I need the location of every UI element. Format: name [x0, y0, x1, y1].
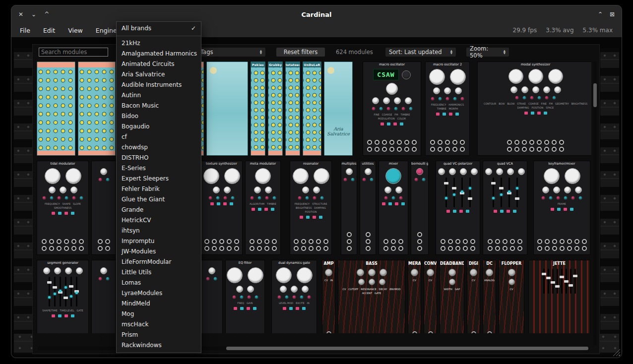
module-title: Rotatoes [286, 62, 300, 67]
brand-item-cf[interactable]: cf [117, 132, 201, 142]
brand-item-impromptu[interactable]: Impromptu [117, 236, 201, 246]
brand-item-chowdsp[interactable]: chowdsp [117, 142, 201, 153]
knob [401, 107, 405, 111]
knob [543, 86, 550, 93]
cardinal-window: ✕ ⌄ ^ Cardinal ⌃ ⊠ FileEditViewEngineHel… [11, 5, 622, 358]
brand-item-prism[interactable]: Prism [117, 330, 201, 340]
vertical-scrollbar-thumb[interactable] [593, 83, 597, 107]
brand-item-audible-instruments[interactable]: Audible Instruments [117, 80, 201, 90]
module-quad-vc-polarizer[interactable]: quad VC-polarizer [436, 161, 480, 255]
brand-item-bogaudio[interactable]: Bogaudio [117, 121, 201, 132]
panel-labels: CVCUTOFFRESONANCEDECAYENVMODACCENTGATE [341, 288, 403, 295]
panel-label: SMOOTHNESS [54, 206, 71, 209]
knob-row [414, 178, 426, 182]
brand-item-lomas[interactable]: Lomas [117, 278, 201, 288]
brand-item-mog[interactable]: Mog [117, 309, 201, 319]
module-bass[interactable]: BASSCVCUTOFFRESONANCEDECAYENVMODACCENTGA… [338, 260, 405, 333]
label-badge [401, 202, 405, 205]
module-mixer[interactable]: mixer [379, 161, 408, 255]
port-jack [441, 246, 445, 251]
brand-item-little-utils[interactable]: Little Utils [117, 267, 201, 278]
module-bernoulli-gate[interactable]: bernoulli gate [411, 161, 429, 255]
module-deadband[interactable]: DEADBANDWIDTHGAP [440, 260, 464, 333]
brand-item-hetrickcv[interactable]: HetrickCV [117, 215, 201, 226]
module-digi[interactable]: DIGICV [467, 260, 480, 333]
module-panel[interactable] [91, 260, 116, 333]
module-segment-generator[interactable]: segment generatorSHAPE/TIMETIME/LEVELGAT… [37, 260, 89, 333]
module-conv[interactable]: CONVCV [424, 260, 437, 333]
brand-item-21khz[interactable]: 21kHz [117, 38, 201, 49]
module-mera[interactable]: MERACV [408, 260, 421, 333]
brand-item-fehler-fabrik[interactable]: Fehler Fabrik [117, 184, 201, 194]
brand-item-jw-modules[interactable]: JW-Modules [117, 246, 201, 257]
module-panel[interactable] [206, 61, 248, 156]
module-jette[interactable]: JETTE [528, 260, 590, 333]
module-macro-oscillator-2[interactable]: macro oscillator 2FREQUENCYHARMONICSTIMB… [425, 61, 470, 156]
menu-file[interactable]: File [13, 27, 37, 34]
reset-filters-button[interactable]: Reset filters [276, 48, 325, 57]
brand-item-distrho[interactable]: DISTRHO [117, 153, 201, 163]
brand-item-lyraemodules[interactable]: LyraeModules [117, 288, 201, 299]
brand-item-mschack[interactable]: mscHack [117, 319, 201, 330]
knob [431, 97, 435, 101]
module-grabby[interactable]: Grabby [268, 61, 283, 156]
brand-item-aria-salvatrice[interactable]: Aria Salvatrice [117, 69, 201, 80]
brand-item-amalgamated-harmonics[interactable]: Amalgamated Harmonics [117, 49, 201, 59]
module-pokies[interactable]: Pokies [251, 61, 265, 156]
module-resonator[interactable]: resonatorFREQUENCYSTRUCTUREBRIGHTNESSDAM… [290, 161, 332, 255]
brand-item-rackwindows[interactable]: Rackwindows [117, 340, 201, 351]
brand-item-all-brands[interactable]: All brands ✓ [117, 23, 201, 34]
panel-labels: FINECOARSEFMTIMBREMODULATIONCOLOR [365, 113, 419, 120]
module-quad-vca[interactable]: quad VCA [483, 161, 527, 255]
label-badge [395, 202, 398, 205]
module-flopper[interactable]: FLOPPERCV [499, 260, 524, 333]
module-title: macro oscillator 2 [426, 62, 469, 67]
brand-item-bacon-music[interactable]: Bacon Music [117, 101, 201, 111]
module-panel[interactable]: Aria Salvatrice [324, 61, 353, 156]
module-dc[interactable]: DCANALOG [483, 260, 496, 333]
brand-item-glue-the-giant[interactable]: Glue the Giant [117, 194, 201, 205]
module-meta-modulator[interactable]: meta modulatorALGORITHMTIMBRE [245, 161, 281, 255]
menu-view[interactable]: View [62, 27, 89, 34]
module-texture-synthesizer[interactable]: texture synthesizer [200, 161, 243, 255]
knob [54, 267, 61, 274]
brand-item-e-series[interactable]: E-Series [117, 163, 201, 174]
brand-item-mindmeld[interactable]: MindMeld [117, 299, 201, 309]
brand-item-autinn[interactable]: Autinn [117, 90, 201, 101]
label-badge [494, 210, 497, 213]
vertical-scrollbar[interactable] [593, 61, 597, 346]
module-panel[interactable] [200, 260, 223, 333]
tags-select[interactable]: Tags ▲▼ [197, 48, 265, 57]
brand-item-ihtsyn[interactable]: ihtsyn [117, 226, 201, 236]
module-tidal-modulator[interactable]: tidal modulatorFREQUENCYSHAPESLOPESMOOTH… [37, 161, 89, 255]
sort-select[interactable]: Sort: Last updated ▲▼ [385, 48, 456, 57]
module-macro-oscillator[interactable]: macro oscillatorCSAWFINECOARSEFMTIMBREMO… [363, 61, 421, 156]
port-jack [404, 147, 409, 152]
brand-item-bidoo[interactable]: Bidoo [117, 111, 201, 121]
brand-item-animated-circuits[interactable]: Animated Circuits [117, 59, 201, 69]
module-dual-dynamics-gate[interactable]: dual dynamics gateLEVEL MODEXCITEIN [271, 260, 317, 333]
module-eq-filter[interactable]: EQ filterFREQGAIN [225, 260, 265, 333]
knob [213, 186, 220, 193]
module-utilities[interactable]: utilities [360, 161, 376, 255]
module-panel[interactable] [37, 61, 75, 156]
module-title [201, 260, 222, 266]
module-panel[interactable] [78, 61, 116, 156]
menu-edit[interactable]: Edit [37, 27, 62, 34]
module-multiples[interactable]: multiples [341, 161, 357, 255]
module-modal-synthesizer[interactable]: modal synthesizerCONTOURBOWBLOWSTRIKECOA… [477, 61, 591, 156]
search-input[interactable] [39, 48, 108, 57]
module-amp[interactable]: AMPCVIN [322, 260, 335, 333]
horizontal-scrollbar-thumb[interactable] [226, 347, 588, 350]
brand-item-expert-sleepers[interactable]: Expert Sleepers [117, 174, 201, 184]
module-keyframer-mixer[interactable]: keyframer/mixerFRAME [533, 161, 590, 255]
module-rotatoes[interactable]: Rotatoes [285, 61, 300, 156]
knob [471, 168, 478, 175]
module-panel[interactable] [91, 161, 116, 255]
brand-item-lifeformmodular[interactable]: LifeFormModular [117, 257, 201, 267]
module-undular[interactable]: UnDuLaR [303, 61, 321, 156]
zoom-select[interactable]: Zoom: 50% ▲▼ [466, 48, 509, 57]
knob-row [254, 186, 272, 193]
brand-item-grande[interactable]: Grande [117, 205, 201, 215]
label-badge [300, 216, 303, 219]
